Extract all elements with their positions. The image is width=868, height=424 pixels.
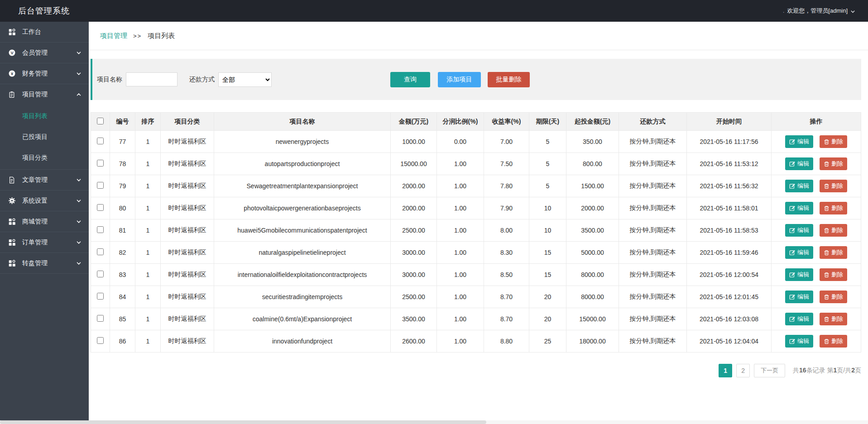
cell-amount: 3000.00 xyxy=(391,264,437,286)
edit-button-label: 编辑 xyxy=(797,160,809,168)
scrollbar-thumb[interactable] xyxy=(0,420,486,424)
delete-button-label: 删除 xyxy=(831,315,843,323)
cell-ratio: 1.00 xyxy=(437,197,484,219)
add-project-button[interactable]: 添加项目 xyxy=(438,72,481,87)
horizontal-scrollbar[interactable] xyxy=(0,420,868,424)
sidebar-item-invested-projects[interactable]: 已投项目 xyxy=(0,127,89,148)
edit-button[interactable]: 编辑 xyxy=(785,291,813,303)
delete-button-label: 删除 xyxy=(831,337,843,345)
cell-id: 83 xyxy=(110,264,135,286)
edit-button[interactable]: 编辑 xyxy=(785,335,813,348)
delete-button[interactable]: 删除 xyxy=(820,224,847,237)
page-button-2[interactable]: 2 xyxy=(736,364,750,377)
sidebar-item-project-categories[interactable]: 项目分类 xyxy=(0,148,89,168)
user-menu[interactable]: . 欢迎您，管理员[admin] xyxy=(783,7,855,15)
main-layout: 工作台 V 会员管理 ¥ 财务管理 项目管理 项目列表 xyxy=(0,22,868,420)
row-checkbox[interactable] xyxy=(97,293,104,300)
row-checkbox[interactable] xyxy=(97,182,104,189)
gear-icon xyxy=(8,197,18,205)
grid-icon xyxy=(8,238,18,246)
cell-min_invest: 8000.00 xyxy=(566,264,619,286)
edit-button[interactable]: 编辑 xyxy=(785,157,813,170)
edit-button-label: 编辑 xyxy=(797,182,809,190)
delete-button-label: 删除 xyxy=(831,226,843,234)
sidebar-item-members[interactable]: V 会员管理 xyxy=(0,43,89,63)
sidebar-item-wheel[interactable]: 转盘管理 xyxy=(0,253,89,274)
delete-button[interactable]: 删除 xyxy=(820,291,847,303)
edit-button[interactable]: 编辑 xyxy=(785,268,813,281)
sidebar-item-project-list[interactable]: 项目列表 xyxy=(0,106,89,127)
row-checkbox[interactable] xyxy=(97,337,104,344)
sidebar-item-articles[interactable]: 文章管理 xyxy=(0,170,89,191)
member-circle-icon: V xyxy=(8,49,18,57)
next-page-button[interactable]: 下一页 xyxy=(754,364,785,377)
sidebar-subitem-label: 项目分类 xyxy=(22,154,48,162)
select-all-checkbox[interactable] xyxy=(97,118,104,124)
cell-sort: 1 xyxy=(135,175,161,197)
edit-button[interactable]: 编辑 xyxy=(785,180,813,192)
edit-button[interactable]: 编辑 xyxy=(785,202,813,214)
cell-name: internationaloilfieldexploitationcontrac… xyxy=(214,264,391,286)
header-cell: 项目分类 xyxy=(161,113,214,131)
table-row: 851时时返福利区coalmine(0.6mt/a)Expansionproje… xyxy=(91,308,861,330)
content-area: 项目名称 还款方式 全部 查询 添加项目 批量删除 xyxy=(89,50,868,377)
row-checkbox[interactable] xyxy=(97,138,104,144)
cell-id: 86 xyxy=(110,330,135,353)
row-checkbox[interactable] xyxy=(97,271,104,277)
cell-name: photovoltaicpowergenerationbaseprojects xyxy=(214,197,391,219)
chevron-down-icon xyxy=(76,219,82,224)
avatar-dot: . xyxy=(783,8,784,14)
cell-ratio: 1.00 xyxy=(437,219,484,242)
cell-name: Sewagetreatmentplantexpansionproject xyxy=(214,175,391,197)
search-button[interactable]: 查询 xyxy=(390,72,430,87)
trash-icon xyxy=(824,272,830,278)
sidebar: 工作台 V 会员管理 ¥ 财务管理 项目管理 项目列表 xyxy=(0,22,89,420)
sidebar-item-settings[interactable]: 系统设置 xyxy=(0,191,89,211)
edit-button[interactable]: 编辑 xyxy=(785,313,813,325)
cell-rate: 7.50 xyxy=(484,153,529,175)
cell-amount: 1000.00 xyxy=(391,131,437,153)
batch-delete-button[interactable]: 批量删除 xyxy=(488,72,530,87)
sidebar-item-finance[interactable]: ¥ 财务管理 xyxy=(0,63,89,84)
edit-button[interactable]: 编辑 xyxy=(785,246,813,259)
sidebar-item-workbench[interactable]: 工作台 xyxy=(0,22,89,43)
delete-button[interactable]: 删除 xyxy=(820,268,847,281)
delete-button[interactable]: 删除 xyxy=(820,202,847,214)
breadcrumb-parent[interactable]: 项目管理 xyxy=(100,32,127,40)
page-button-1[interactable]: 1 xyxy=(719,364,732,377)
cell-id: 84 xyxy=(110,286,135,308)
delete-button[interactable]: 删除 xyxy=(820,180,847,192)
repay-method-select[interactable]: 全部 xyxy=(218,72,272,87)
cell-checkbox xyxy=(91,264,110,286)
topbar: 后台管理系统 . 欢迎您，管理员[admin] xyxy=(0,0,868,22)
sidebar-item-projects[interactable]: 项目管理 xyxy=(0,84,89,105)
cell-id: 78 xyxy=(110,153,135,175)
sidebar-item-label: 财务管理 xyxy=(22,70,76,78)
sidebar-item-mall[interactable]: 商城管理 xyxy=(0,211,89,232)
edit-button[interactable]: 编辑 xyxy=(785,135,813,148)
sidebar-item-label: 工作台 xyxy=(22,28,82,36)
cell-start_time: 2021-05-16 12:00:54 xyxy=(687,264,772,286)
delete-button[interactable]: 删除 xyxy=(820,157,847,170)
delete-button[interactable]: 删除 xyxy=(820,246,847,259)
row-checkbox[interactable] xyxy=(97,315,104,322)
row-checkbox[interactable] xyxy=(97,204,104,211)
cell-term: 5 xyxy=(529,153,566,175)
row-checkbox[interactable] xyxy=(97,160,104,167)
cell-checkbox xyxy=(91,219,110,242)
cell-name: coalmine(0.6mt/a)Expansionproject xyxy=(214,308,391,330)
delete-button[interactable]: 删除 xyxy=(820,135,847,148)
cell-rate: 8.80 xyxy=(484,330,529,353)
edit-button[interactable]: 编辑 xyxy=(785,224,813,237)
delete-button[interactable]: 删除 xyxy=(820,335,847,348)
cell-amount: 2600.00 xyxy=(391,330,437,353)
cell-id: 77 xyxy=(110,131,135,153)
delete-button[interactable]: 删除 xyxy=(820,313,847,325)
sidebar-item-orders[interactable]: 订单管理 xyxy=(0,232,89,253)
cell-term: 10 xyxy=(529,219,566,242)
cell-start_time: 2021-05-16 11:56:32 xyxy=(687,175,772,197)
project-name-input[interactable] xyxy=(126,72,177,86)
cell-sort: 1 xyxy=(135,264,161,286)
row-checkbox[interactable] xyxy=(97,248,104,255)
row-checkbox[interactable] xyxy=(97,226,104,233)
